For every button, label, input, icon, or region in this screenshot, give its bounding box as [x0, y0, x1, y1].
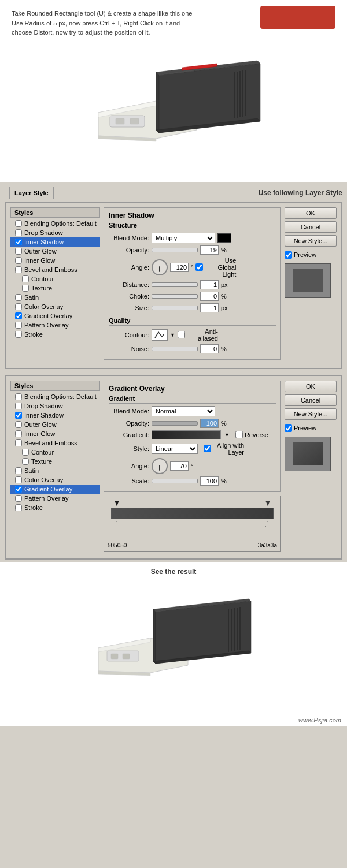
grad-stop-top-left[interactable] [115, 501, 119, 506]
style2-drop-check[interactable] [15, 403, 22, 409]
scale-input[interactable] [200, 476, 219, 486]
style-inner-glow[interactable]: Inner Glow [10, 256, 100, 265]
style-pattern-overlay-1[interactable]: Pattern Overlay [10, 321, 100, 330]
preview-check-2[interactable] [285, 424, 292, 432]
preview-label-1[interactable]: Preview [285, 251, 337, 259]
style2-stroke-check[interactable] [15, 504, 22, 511]
style-satin[interactable]: Satin [10, 293, 100, 302]
angle-dial-2[interactable] [152, 458, 168, 474]
angle-input-2[interactable] [170, 461, 189, 471]
gradient-color-bar[interactable] [111, 508, 274, 519]
new-style-button-1[interactable]: New Style... [285, 235, 337, 247]
opacity-input-2[interactable] [200, 419, 219, 428]
style2-color-check[interactable] [15, 476, 22, 483]
style-color-check[interactable] [15, 303, 22, 310]
style-bevel[interactable]: Bevel and Emboss [10, 265, 100, 274]
style2-inner-check[interactable] [15, 412, 22, 419]
noise-slider[interactable] [152, 347, 198, 351]
style2-gradient-check[interactable] [15, 486, 22, 493]
style-contour-check[interactable] [22, 275, 29, 282]
cancel-button-1[interactable]: Cancel [285, 221, 337, 233]
style2-satin-check[interactable] [15, 467, 22, 474]
global-light-label[interactable]: Use Global Light [195, 257, 236, 278]
ok-button-2[interactable]: OK [285, 381, 337, 392]
gradient-swatch[interactable] [152, 430, 221, 439]
style2-pattern-check[interactable] [15, 495, 22, 502]
size-input[interactable] [200, 303, 219, 312]
style2-inner-glow-check[interactable] [15, 430, 22, 437]
ok-button-1[interactable]: OK [285, 207, 337, 219]
style-select[interactable]: Linear [152, 444, 198, 454]
anti-alias-check[interactable] [178, 331, 185, 338]
style2-bevel-check[interactable] [15, 439, 22, 446]
blend-color-swatch[interactable] [217, 233, 231, 243]
opacity-slider-2[interactable] [152, 421, 198, 426]
reverse-label[interactable]: Reverse [235, 431, 276, 438]
style-blending[interactable]: Blending Options: Default [10, 219, 100, 228]
style2-drop-shadow[interactable]: Drop Shadow [10, 401, 100, 411]
style2-inner-shadow[interactable]: Inner Shadow [10, 411, 100, 420]
grad-stop-bottom-left[interactable] [115, 521, 119, 527]
style-texture-check[interactable] [22, 285, 29, 292]
style2-satin[interactable]: Satin [10, 466, 100, 475]
style2-stroke[interactable]: Stroke [10, 503, 100, 512]
style2-blending[interactable]: Blending Options: Default [10, 392, 100, 401]
preview-check-1[interactable] [285, 251, 292, 259]
align-layer-check[interactable] [204, 445, 211, 452]
choke-input[interactable] [200, 292, 219, 301]
style-outer-glow-check[interactable] [15, 248, 22, 255]
global-light-check[interactable] [195, 263, 203, 271]
style-inner-shadow[interactable]: Inner Shadow [10, 237, 100, 247]
opacity-input[interactable] [200, 245, 219, 255]
grad-stop-top-right[interactable] [265, 501, 270, 506]
style-stroke-check-1[interactable] [15, 331, 22, 338]
angle-input-1[interactable] [170, 263, 189, 272]
style2-inner-glow[interactable]: Inner Glow [10, 429, 100, 438]
style-pattern-check-1[interactable] [15, 322, 22, 329]
reverse-check[interactable] [235, 431, 243, 438]
gradient-dropdown-arrow[interactable]: ▼ [224, 432, 230, 438]
style-contour[interactable]: Contour [10, 274, 100, 284]
style2-texture-check[interactable] [22, 458, 29, 465]
style-drop-check[interactable] [15, 229, 22, 236]
opacity-slider[interactable] [152, 248, 198, 252]
style2-outer-glow[interactable]: Outer Glow [10, 420, 100, 429]
contour-dropdown-arrow[interactable]: ▼ [170, 332, 175, 338]
align-layer-label[interactable]: Align with Layer [204, 442, 244, 456]
style2-contour-check[interactable] [22, 449, 29, 456]
style-gradient-overlay-1[interactable]: Gradient Overlay [10, 311, 100, 321]
style2-outer-glow-check[interactable] [15, 421, 22, 428]
style-outer-glow[interactable]: Outer Glow [10, 247, 100, 256]
style-drop-shadow[interactable]: Drop Shadow [10, 228, 100, 237]
preview-label-2[interactable]: Preview [285, 424, 337, 432]
angle-dial-1[interactable] [152, 259, 168, 275]
style-satin-check[interactable] [15, 294, 22, 301]
distance-slider[interactable] [152, 282, 198, 287]
style2-gradient-overlay[interactable]: Gradient Overlay [10, 485, 100, 494]
anti-alias-label[interactable]: Anti-aliased [178, 328, 218, 342]
new-style-button-2[interactable]: New Style... [285, 408, 337, 420]
distance-input[interactable] [200, 280, 219, 289]
scale-slider[interactable] [152, 479, 198, 483]
style2-contour[interactable]: Contour [10, 448, 100, 457]
style2-texture[interactable]: Texture [10, 457, 100, 466]
style2-blending-check[interactable] [15, 393, 22, 400]
style2-pattern-overlay[interactable]: Pattern Overlay [10, 494, 100, 503]
blend-mode-select[interactable]: Multiply [152, 233, 215, 243]
cancel-button-2[interactable]: Cancel [285, 394, 337, 406]
size-slider[interactable] [152, 306, 198, 310]
style-stroke-1[interactable]: Stroke [10, 330, 100, 339]
blend-mode-select-2[interactable]: Normal [152, 406, 215, 416]
style-blending-check[interactable] [15, 220, 22, 227]
style-inner-check[interactable] [15, 239, 22, 245]
style-color-overlay[interactable]: Color Overlay [10, 302, 100, 311]
style-bevel-check[interactable] [15, 266, 22, 273]
style-gradient-check-1[interactable] [15, 312, 22, 319]
choke-slider[interactable] [152, 294, 198, 299]
style2-color-overlay[interactable]: Color Overlay [10, 475, 100, 485]
contour-preview[interactable] [152, 329, 168, 341]
style2-bevel[interactable]: Bevel and Emboss [10, 438, 100, 448]
style-inner-glow-check[interactable] [15, 257, 22, 264]
grad-stop-bottom-right[interactable] [265, 521, 270, 527]
noise-input[interactable] [200, 344, 219, 353]
